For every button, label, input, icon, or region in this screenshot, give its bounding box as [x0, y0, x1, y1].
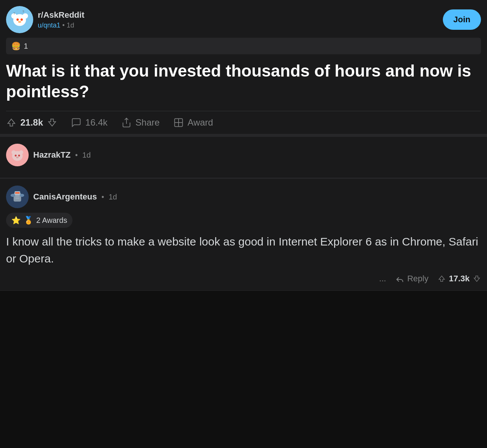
svg-point-18	[18, 155, 20, 156]
comment-header-1: HazrakTZ • 1d	[6, 144, 481, 166]
svg-point-24	[11, 194, 15, 197]
share-button[interactable]: Share	[121, 117, 160, 128]
post-time-separator: •	[62, 21, 66, 29]
comment-header-2: CanisArgenteus • 1d	[6, 186, 481, 208]
comment-time-2: •	[102, 193, 104, 201]
svg-point-15	[12, 150, 16, 155]
comment-text-2: I know all the tricks to make a website …	[6, 233, 481, 267]
comment-username-2[interactable]: CanisArgenteus	[33, 192, 97, 202]
reply-label: Reply	[407, 274, 428, 284]
comments-button[interactable]: 16.4k	[71, 117, 108, 128]
svg-point-4	[17, 18, 19, 21]
comment-time-1-val: 1d	[82, 151, 91, 160]
svg-text:?: ?	[22, 10, 24, 14]
comment-item: HazrakTZ • 1d	[0, 137, 487, 178]
comment-reply-button[interactable]: Reply	[395, 274, 428, 284]
svg-point-16	[19, 150, 23, 155]
comment-time-1: •	[75, 151, 78, 160]
svg-point-25	[20, 194, 24, 197]
post-meta: r/AskReddit u/qnta1 • 1d	[38, 10, 84, 29]
awards-label: 2 Awards	[36, 216, 67, 225]
award-medal-icon: 🏅	[24, 216, 33, 225]
svg-point-5	[20, 18, 23, 21]
subreddit-name[interactable]: r/AskReddit	[38, 10, 84, 20]
join-button[interactable]: Join	[443, 9, 481, 30]
vote-group: 21.8k	[6, 117, 57, 128]
svg-point-19	[16, 157, 19, 158]
comment-more-button[interactable]: ...	[379, 274, 386, 284]
upvote-button[interactable]	[6, 117, 17, 128]
post-subreddit-avatar: ? ?	[6, 6, 33, 33]
comment-icon	[71, 117, 82, 128]
svg-point-6	[18, 21, 21, 23]
award-label: Award	[188, 117, 213, 128]
award-bar: 🍔 1	[6, 38, 481, 54]
svg-text:?: ?	[13, 12, 15, 15]
post-header: ? ? r/AskReddit u/qnta1 • 1d Join	[6, 6, 481, 33]
comment-count: 16.4k	[85, 117, 108, 128]
more-label: ...	[379, 274, 386, 284]
comment-section: HazrakTZ • 1d	[0, 137, 487, 291]
award-star-icon: ⭐	[11, 216, 21, 225]
comment-time-2-val: 1d	[109, 193, 117, 201]
post-actions: 21.8k 16.4k Share	[6, 111, 481, 134]
section-divider	[0, 134, 487, 137]
comment-item-2: CanisArgenteus • 1d ⭐ 🏅 2 Awards I know …	[0, 179, 487, 291]
post-username[interactable]: u/qnta1	[38, 21, 60, 29]
reply-icon	[395, 274, 404, 283]
downvote-button[interactable]	[47, 117, 57, 128]
svg-rect-23	[15, 192, 20, 194]
comment-upvote-button[interactable]: 17.3k	[438, 274, 481, 284]
comment-avatar-2	[6, 186, 29, 208]
award-count: 1	[24, 42, 28, 51]
comment-actions-2: ... Reply 17.3k	[6, 274, 481, 284]
svg-point-17	[15, 155, 17, 156]
post-user-time: u/qnta1 • 1d	[38, 21, 84, 29]
svg-point-3	[23, 13, 28, 18]
post-title: What is it that you invested thousands o…	[6, 60, 481, 102]
downvote-icon	[47, 117, 57, 128]
comment-username-1[interactable]: HazrakTZ	[33, 150, 71, 160]
comment-downvote-icon	[473, 275, 481, 283]
comment-avatar-1	[6, 144, 29, 166]
post-time: 1d	[66, 21, 74, 29]
comment-awards-badge: ⭐ 🏅 2 Awards	[6, 213, 72, 228]
award-emoji: 🍔	[11, 41, 21, 51]
share-icon	[121, 117, 132, 128]
comment-upvote-icon	[438, 275, 446, 283]
upvote-icon	[6, 117, 17, 128]
award-icon	[173, 117, 184, 128]
share-label: Share	[136, 117, 160, 128]
post-header-left: ? ? r/AskReddit u/qnta1 • 1d	[6, 6, 84, 33]
award-button[interactable]: Award	[173, 117, 213, 128]
post-container: ? ? r/AskReddit u/qnta1 • 1d Join 🍔 1 Wh…	[0, 0, 487, 134]
upvote-count: 21.8k	[20, 117, 43, 128]
comment-vote-count: 17.3k	[449, 274, 470, 284]
